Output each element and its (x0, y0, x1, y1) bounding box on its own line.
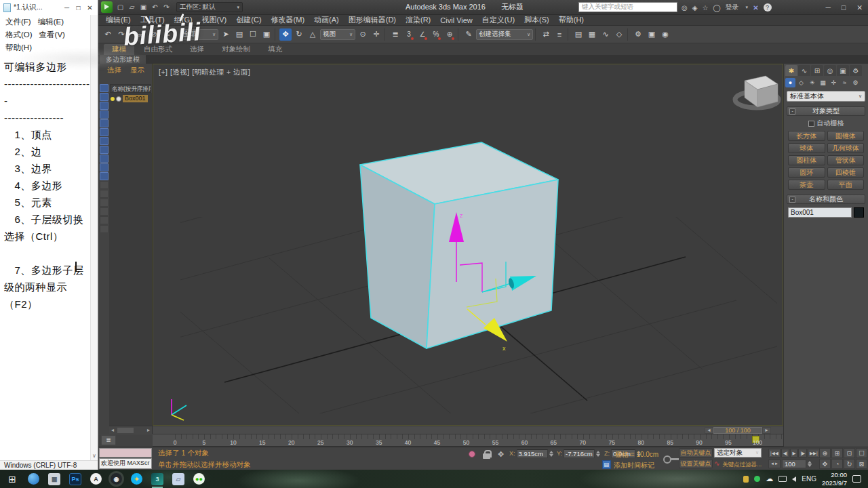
autogrid-row[interactable]: 自动栅格 (787, 119, 865, 128)
select-rotate-icon[interactable]: ↻ (293, 28, 305, 41)
explorer-tool-icon[interactable] (100, 102, 108, 110)
object-type-button[interactable]: 平面 (827, 180, 865, 190)
menu-item[interactable]: 修改器(M) (267, 15, 310, 25)
taskbar-files-icon[interactable]: ▱ (172, 473, 184, 485)
utilities-tab[interactable]: ⚙ (850, 65, 862, 76)
explorer-tool-icon[interactable] (100, 190, 108, 198)
search-icon[interactable]: ◎ (682, 4, 688, 12)
maximize-viewport-icon[interactable]: ⊠ (856, 459, 867, 469)
taskbar-photos-icon[interactable]: ▦ (48, 473, 60, 485)
explorer-tool-icon[interactable] (100, 207, 108, 216)
object-type-button[interactable]: 圆环 (788, 167, 825, 178)
scrollbar-down-icon[interactable]: ∨ (91, 453, 98, 459)
next-frame-arrow-icon[interactable]: ▸ (762, 427, 771, 434)
render-setup-icon[interactable]: ⚙ (632, 28, 644, 41)
render-icon[interactable]: ◉ (659, 28, 671, 41)
notepad-minimize-icon[interactable]: ─ (62, 4, 71, 12)
rendered-frame-icon[interactable]: ▣ (646, 28, 658, 41)
pan-icon[interactable]: ✥ (819, 459, 831, 469)
snap-percent-icon[interactable]: % (430, 28, 442, 41)
object-type-button[interactable]: 球体 (788, 143, 825, 153)
use-center-icon[interactable]: ⊙ (357, 28, 369, 41)
node-label[interactable]: Box001 (123, 95, 148, 102)
explorer-tool-icon[interactable] (100, 199, 108, 207)
selection-lock-icon[interactable] (483, 450, 490, 459)
notepad-scrollbar[interactable]: ∨ (90, 15, 98, 460)
user-icon[interactable]: ◯ (713, 4, 720, 12)
perspective-viewport[interactable]: [+] [透视] [明暗处理 + 边面] (153, 64, 783, 426)
ribbon-tab-populate[interactable]: 填充 (260, 44, 290, 55)
explorer-tool-icon[interactable] (100, 225, 108, 233)
undo-quick-icon[interactable]: ↶ (151, 3, 159, 11)
save-file-icon[interactable]: ▣ (139, 3, 148, 11)
taskbar-capture-icon[interactable]: A (90, 473, 102, 485)
orbit-icon[interactable]: ↻ (844, 459, 855, 469)
object-type-button[interactable]: 几何球体 (827, 143, 865, 153)
menu-item[interactable]: 图形编辑器(D) (344, 15, 401, 25)
go-to-start-button[interactable]: |◀◀ (768, 449, 781, 458)
explorer-tool-icon[interactable] (100, 84, 108, 92)
zoom-region-icon[interactable]: ☐ (856, 448, 867, 458)
keyboard-override-icon[interactable]: ≣ (389, 28, 401, 41)
object-type-button[interactable]: 管状体 (827, 155, 865, 165)
undo-icon[interactable]: ↶ (102, 28, 114, 41)
collapse-icon[interactable]: - (789, 108, 795, 115)
cameras-category[interactable]: ▦ (818, 78, 828, 87)
key-mode-toggle[interactable]: ◄► (768, 460, 781, 468)
taskbar-wechat-icon[interactable]: ●● (193, 473, 205, 485)
select-scale-icon[interactable]: △ (307, 28, 319, 41)
previous-frame-arrow-icon[interactable]: ◂ (705, 427, 713, 434)
menu-item[interactable]: 脚本(S) (519, 15, 554, 25)
start-button[interactable]: ⊞ (5, 472, 19, 486)
auto-key-button[interactable]: 自动关键点 (679, 448, 713, 458)
explorer-tool-icon[interactable] (100, 163, 108, 171)
time-slider-handle[interactable]: ◂ 100 / 100 ▸ (705, 427, 771, 434)
explorer-tool-icon[interactable] (100, 146, 108, 154)
curve-editor-icon[interactable]: ∿ (599, 28, 612, 41)
graphite-toggle-icon[interactable]: ▦ (586, 28, 598, 41)
menu-item[interactable]: 渲染(R) (401, 15, 435, 25)
track-bar[interactable]: ≣ 05101520253035404550556065707580859095… (153, 434, 783, 447)
menu-item[interactable]: 自定义(U) (477, 15, 519, 25)
notepad-text-area[interactable]: 可编辑多边形----------------------------------… (0, 41, 90, 460)
explorer-tool-icon[interactable] (100, 181, 108, 189)
menu-item[interactable]: 动画(A) (309, 15, 344, 25)
new-file-icon[interactable]: ▢ (116, 3, 125, 11)
taskbar-3dsmax-icon[interactable]: 3 (151, 473, 163, 485)
object-type-button[interactable]: 圆柱体 (788, 155, 825, 165)
tray-wechat-icon[interactable] (754, 476, 760, 482)
max-logo-icon[interactable] (101, 1, 113, 13)
notepad-menu-item[interactable]: 文件(F) (2, 16, 35, 28)
autogrid-checkbox[interactable] (808, 121, 814, 127)
snap-spinner-icon[interactable]: ⊕ (443, 28, 456, 41)
select-by-name-icon[interactable]: ▤ (233, 28, 245, 41)
favorites-icon[interactable]: ☆ (702, 4, 708, 12)
add-time-tag[interactable]: 添加时间标记 (614, 461, 654, 470)
select-object-icon[interactable]: ➤ (220, 28, 232, 41)
select-manipulate-icon[interactable]: ✛ (370, 28, 382, 41)
open-file-icon[interactable]: ▱ (127, 3, 136, 11)
taskbar-obs-icon[interactable]: ◉ (111, 473, 122, 485)
scrollbar-thumb[interactable] (117, 428, 134, 433)
mini-curve-editor-button[interactable]: ≣ (101, 435, 116, 445)
frame-spinner[interactable] (808, 461, 812, 467)
notepad-close-icon[interactable]: ✕ (85, 4, 94, 12)
helpers-category[interactable]: ✛ (829, 78, 839, 87)
communication-center-icon[interactable]: ◈ (692, 4, 698, 12)
search-input[interactable]: 键入关键字或短语 (578, 2, 677, 12)
taskbar-clock[interactable]: 20:00 2023/9/7 (822, 471, 847, 487)
selection-region-icon[interactable]: ☐ (247, 28, 259, 41)
language-indicator[interactable]: ENG (802, 475, 816, 483)
tray-cloud-icon[interactable]: ☁ (766, 474, 773, 483)
tray-volume-icon[interactable] (792, 476, 796, 482)
exchange-apps-icon[interactable]: ✕ (753, 4, 758, 12)
motion-tab[interactable]: ◎ (824, 65, 836, 76)
viewport-canvas[interactable]: z x (153, 64, 783, 425)
hierarchy-tab[interactable]: ⊞ (811, 65, 823, 76)
key-filter-dropdown[interactable]: 选定对象 ∨ (714, 448, 762, 458)
object-color-swatch[interactable] (854, 207, 864, 218)
key-filters-button[interactable]: 关键点过滤器... (722, 461, 762, 469)
explorer-tool-icon[interactable] (100, 172, 108, 180)
walk-through-icon[interactable]: ◔ (831, 459, 843, 469)
minimize-icon[interactable]: ─ (825, 3, 830, 12)
